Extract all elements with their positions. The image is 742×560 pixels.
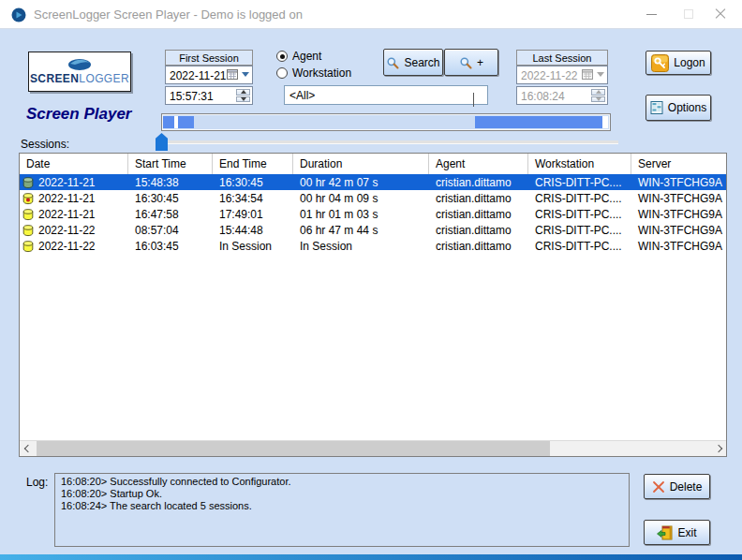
workstation-radio[interactable] xyxy=(276,67,288,79)
agent-radio-label: Agent xyxy=(292,50,321,63)
playback-slider-thumb[interactable] xyxy=(156,133,168,151)
search-button-label: Search xyxy=(404,56,439,69)
session-db-icon xyxy=(22,208,35,221)
window-bottom-border xyxy=(0,554,742,560)
sessions-label: Sessions: xyxy=(21,138,69,151)
delete-button-label: Delete xyxy=(670,480,703,494)
first-session-date-value: 2022-11-21 xyxy=(170,69,227,82)
table-row[interactable]: 2022-11-22 16:03:45 In Session In Sessio… xyxy=(20,238,726,254)
options-button-label: Options xyxy=(668,101,706,114)
minimize-button[interactable] xyxy=(635,0,667,28)
last-session-header: Last Session xyxy=(516,50,608,66)
spin-down-button[interactable] xyxy=(236,96,250,103)
session-db-icon xyxy=(22,176,35,189)
chevron-left-icon xyxy=(23,445,31,452)
screenlogger-logo: SCREENLOGGER xyxy=(28,52,131,92)
session-db-icon xyxy=(22,240,35,253)
log-label: Log: xyxy=(26,476,48,489)
scroll-right-button[interactable] xyxy=(710,441,726,456)
close-button[interactable] xyxy=(705,0,736,28)
logo-swirl-icon xyxy=(66,58,94,71)
search-plus-button[interactable]: + xyxy=(444,49,498,76)
key-icon xyxy=(651,54,669,72)
time-spinner xyxy=(236,89,250,102)
last-session-time-field: 16:08:24 xyxy=(516,86,608,105)
search-plus-button-label: + xyxy=(477,56,483,69)
col-header-agent[interactable]: Agent xyxy=(429,154,528,174)
first-session-time-value: 15:57:31 xyxy=(170,90,214,103)
close-icon xyxy=(715,8,726,20)
first-session-header: First Session xyxy=(165,50,253,66)
first-session-date-field[interactable]: 2022-11-21 xyxy=(165,66,253,84)
app-window: ScreenLogger Screen Player - Demo is log… xyxy=(0,0,742,560)
col-header-date[interactable]: Date xyxy=(20,154,128,174)
spin-down-icon xyxy=(241,97,246,101)
first-session-time-field[interactable]: 15:57:31 xyxy=(165,86,253,105)
table-row[interactable]: 2022-11-21 15:48:38 16:30:45 00 hr 42 m … xyxy=(20,174,726,190)
workstation-radio-label: Workstation xyxy=(292,66,351,80)
session-db-icon xyxy=(22,192,35,205)
maximize-icon xyxy=(684,9,693,19)
session-db-icon xyxy=(22,224,35,237)
log-line: 16:08:20> Successfully connected to Conf… xyxy=(61,476,623,488)
window-title: ScreenLogger Screen Player - Demo is log… xyxy=(34,7,303,22)
agent-radio-row[interactable]: Agent xyxy=(276,50,321,63)
filter-combobox[interactable]: <All> xyxy=(284,85,488,105)
log-line: 16:08:20> Startup Ok. xyxy=(61,488,623,500)
exit-button-label: Exit xyxy=(677,526,696,539)
last-session-date-field: 2022-11-22 xyxy=(516,66,608,84)
horizontal-scrollbar[interactable] xyxy=(20,440,726,456)
app-icon xyxy=(11,7,26,22)
title-bar: ScreenLogger Screen Player - Demo is log… xyxy=(0,0,742,29)
delete-x-icon xyxy=(652,480,665,494)
last-session-date-value: 2022-11-22 xyxy=(521,69,578,82)
time-spinner-disabled xyxy=(591,89,605,102)
logo-text: SCREENLOGGER xyxy=(30,72,129,85)
col-header-start-time[interactable]: Start Time xyxy=(128,154,213,174)
spin-up-button[interactable] xyxy=(236,89,250,96)
scrollbar-thumb[interactable] xyxy=(37,441,550,456)
search-icon xyxy=(386,56,399,69)
playback-slider-track[interactable] xyxy=(161,140,618,144)
search-plus-icon xyxy=(459,56,472,69)
sessions-table: Date Start Time End Time Duration Agent … xyxy=(19,153,727,457)
table-header: Date Start Time End Time Duration Agent … xyxy=(20,154,726,174)
last-session-time-value: 16:08:24 xyxy=(521,90,565,103)
agent-radio[interactable] xyxy=(276,51,288,62)
workstation-radio-row[interactable]: Workstation xyxy=(276,66,351,80)
col-header-workstation[interactable]: Workstation xyxy=(528,154,631,174)
exit-button[interactable]: Exit xyxy=(644,520,710,545)
options-grid-icon xyxy=(650,101,663,114)
minimize-icon xyxy=(646,14,657,15)
table-row[interactable]: 2022-11-21 16:47:58 17:49:01 01 hr 01 m … xyxy=(20,206,726,222)
date-dropdown-icon-disabled xyxy=(597,72,604,77)
page-title: Screen Player xyxy=(26,105,131,124)
spin-up-icon xyxy=(241,90,246,94)
col-header-server[interactable]: Server xyxy=(631,154,726,174)
chevron-down-icon[interactable] xyxy=(473,93,481,100)
delete-button[interactable]: Delete xyxy=(644,474,710,499)
maximize-button[interactable] xyxy=(673,0,705,28)
col-header-duration[interactable]: Duration xyxy=(293,154,429,174)
chevron-right-icon xyxy=(714,445,721,452)
calendar-icon[interactable] xyxy=(227,68,238,80)
scroll-left-button[interactable] xyxy=(20,441,36,456)
col-header-end-time[interactable]: End Time xyxy=(213,154,293,174)
table-row[interactable]: 2022-11-22 08:57:04 15:44:48 06 hr 47 m … xyxy=(20,222,726,238)
exit-door-icon xyxy=(657,525,673,540)
options-button[interactable]: Options xyxy=(646,95,711,121)
table-row[interactable]: 2022-11-21 16:30:45 16:34:54 00 hr 04 m … xyxy=(20,190,726,206)
log-line: 16:08:24> The search located 5 sessions. xyxy=(61,500,623,512)
calendar-icon-disabled xyxy=(582,68,593,80)
filter-combobox-value: <All> xyxy=(289,89,315,102)
search-button[interactable]: Search xyxy=(383,49,443,76)
logon-button-label: Logon xyxy=(674,56,705,69)
log-box: 16:08:20> Successfully connected to Conf… xyxy=(54,473,630,547)
session-timeline[interactable] xyxy=(161,113,611,131)
date-dropdown-icon[interactable] xyxy=(242,72,249,77)
logon-button[interactable]: Logon xyxy=(646,51,711,75)
